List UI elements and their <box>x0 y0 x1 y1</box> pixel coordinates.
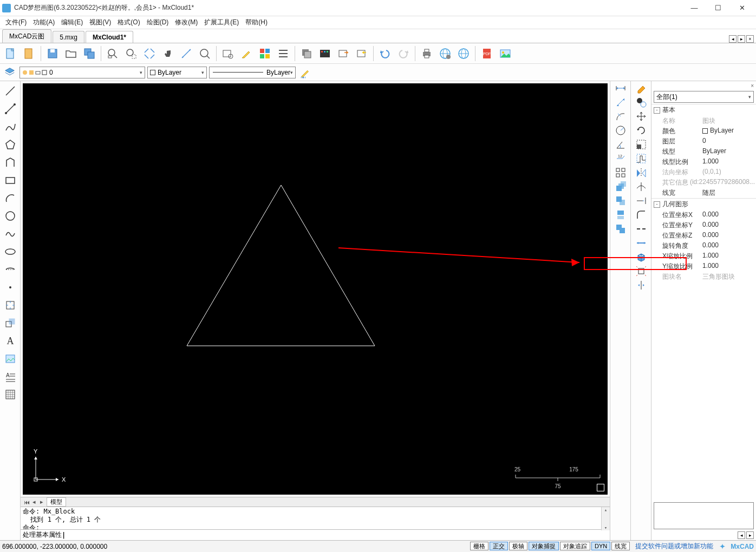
zoom-extents-icon[interactable] <box>141 45 158 62</box>
image-icon[interactable] <box>497 45 514 62</box>
fillet-icon[interactable] <box>635 209 647 222</box>
3d-box-icon[interactable] <box>635 251 647 265</box>
dim-ordinate-icon[interactable]: 12 <box>615 153 627 166</box>
document-tab[interactable]: MxCloud1* <box>86 31 133 43</box>
polyline-tool-icon[interactable] <box>2 118 19 135</box>
tab-nav-right[interactable]: ▸ <box>738 35 745 43</box>
status-toggle[interactable]: 极轴 <box>509 542 527 550</box>
group-collapse-icon[interactable]: - <box>654 201 660 208</box>
copy-stack-icon[interactable] <box>615 181 627 194</box>
hatch-tool-icon[interactable] <box>2 386 19 403</box>
status-toggle[interactable]: 对象捕捉 <box>529 542 559 550</box>
property-row[interactable]: 图层0 <box>651 136 756 147</box>
highlight-icon[interactable] <box>238 45 255 62</box>
menu-item[interactable]: 文件(F) <box>3 17 29 28</box>
measure-icon[interactable] <box>178 45 195 62</box>
zoom-window-icon[interactable] <box>104 45 121 62</box>
maximize-button[interactable]: ☐ <box>706 1 730 16</box>
dim-radius-icon[interactable] <box>615 124 627 138</box>
drawing-canvas[interactable]: X Y 25175 75 <box>23 83 608 495</box>
text-tool-icon[interactable]: A <box>2 332 19 350</box>
property-value[interactable]: ByLayer <box>702 147 755 156</box>
property-row[interactable]: 名称图块 <box>651 116 756 126</box>
join-icon[interactable] <box>635 237 647 251</box>
property-row[interactable]: Y缩放比例1.000 <box>651 261 756 272</box>
minimize-button[interactable]: — <box>682 1 706 16</box>
ellipse-arc-tool-icon[interactable] <box>2 261 19 278</box>
linetype-dropdown[interactable]: ByLayer ▾ <box>209 67 296 78</box>
linetype-edit-icon[interactable] <box>298 65 313 80</box>
property-row[interactable]: 旋转角度0.000 <box>651 241 756 251</box>
dim-angular-icon[interactable] <box>615 139 627 152</box>
layout-nav-prev[interactable]: ◂ <box>30 498 38 505</box>
property-value[interactable]: 1.000 <box>702 252 755 261</box>
point-tool-icon[interactable] <box>2 279 19 296</box>
layer-dropdown[interactable]: 0 ▾ <box>19 67 145 78</box>
save-as-icon[interactable] <box>81 45 98 62</box>
explode-icon[interactable] <box>635 265 647 279</box>
align-icon[interactable] <box>615 195 627 208</box>
property-value[interactable]: 0.000 <box>702 211 755 220</box>
line-tool-icon[interactable] <box>2 82 19 100</box>
property-value[interactable]: 0.000 <box>702 221 755 230</box>
property-row[interactable]: 线型比例1.000 <box>651 157 756 167</box>
property-value[interactable]: 三角形图块 <box>702 272 755 281</box>
property-row[interactable]: 位置坐标X0.000 <box>651 210 756 220</box>
status-toggle[interactable]: DYN <box>591 542 610 550</box>
property-value[interactable]: 0.000 <box>702 231 755 240</box>
color-dropdown[interactable]: ByLayer ▾ <box>147 67 207 78</box>
document-tab[interactable]: MxCAD云图 <box>2 29 51 43</box>
layout-nav-first[interactable]: ⏮ <box>23 499 30 505</box>
menu-item[interactable]: 格式(O) <box>115 17 142 28</box>
selection-filter-dropdown[interactable]: 全部(1) ▾ <box>654 91 754 103</box>
property-row[interactable]: X缩放比例1.000 <box>651 251 756 261</box>
move-tool-icon[interactable] <box>635 110 647 124</box>
property-row[interactable]: 其它信息(id:22455779286008... <box>651 178 756 188</box>
property-value[interactable]: ByLayer <box>702 127 755 136</box>
redo-icon[interactable] <box>395 45 412 62</box>
import-icon[interactable] <box>353 45 370 62</box>
web-icon[interactable] <box>455 45 472 62</box>
copy-tool-icon[interactable] <box>635 96 647 110</box>
property-row[interactable]: 线宽随层 <box>651 188 756 198</box>
extend-icon[interactable] <box>635 195 647 208</box>
status-toggle[interactable]: 正交 <box>490 542 508 550</box>
search-icon[interactable] <box>219 45 237 62</box>
stretch-icon[interactable] <box>635 153 647 166</box>
menu-item[interactable]: 扩展工具(E) <box>202 17 241 28</box>
property-row[interactable]: 线型ByLayer <box>651 147 756 157</box>
command-scrollbar[interactable]: ▴▾ <box>601 507 610 530</box>
circle-tool-icon[interactable] <box>2 207 19 225</box>
scale-tool-icon[interactable] <box>635 139 647 152</box>
ray-tool-icon[interactable] <box>2 100 19 117</box>
property-row[interactable]: 位置坐标Y0.000 <box>651 220 756 231</box>
property-value[interactable]: 随层 <box>702 188 755 198</box>
group-icon[interactable] <box>615 223 627 236</box>
document-tab[interactable]: 5.mxg <box>53 31 84 43</box>
block-insert-icon[interactable] <box>2 297 19 314</box>
pan-icon[interactable] <box>159 45 177 62</box>
layout-tab-model[interactable]: 模型 <box>47 497 66 507</box>
undo-icon[interactable] <box>376 45 394 62</box>
property-row[interactable]: 位置坐标Z0.000 <box>651 231 756 241</box>
menu-item[interactable]: 修改(M) <box>173 17 200 28</box>
list-icon[interactable] <box>275 45 292 62</box>
menu-item[interactable]: 编辑(E) <box>59 17 85 28</box>
copy-icon[interactable] <box>298 45 315 62</box>
image-insert-icon[interactable] <box>2 350 19 367</box>
tab-nav-left[interactable]: ◂ <box>729 35 737 43</box>
menu-item[interactable]: 视图(V) <box>87 17 113 28</box>
feedback-link[interactable]: 提交软件问题或增加新功能 <box>635 542 713 551</box>
rotate-tool-icon[interactable] <box>635 124 647 138</box>
polygon-tool-icon[interactable] <box>2 136 19 153</box>
menu-item[interactable]: 绘图(D) <box>145 17 171 28</box>
color-palette-icon[interactable] <box>256 45 273 62</box>
status-toggle[interactable]: 线宽 <box>611 542 630 550</box>
property-row[interactable]: 法向坐标(0,0,1) <box>651 167 756 178</box>
block-create-icon[interactable] <box>2 314 19 332</box>
spline-tool-icon[interactable] <box>2 225 19 242</box>
property-value[interactable]: 1.000 <box>702 262 755 271</box>
property-row[interactable]: 颜色ByLayer <box>651 126 756 136</box>
polygon-open-tool-icon[interactable] <box>2 154 19 171</box>
print-icon[interactable] <box>418 45 435 62</box>
